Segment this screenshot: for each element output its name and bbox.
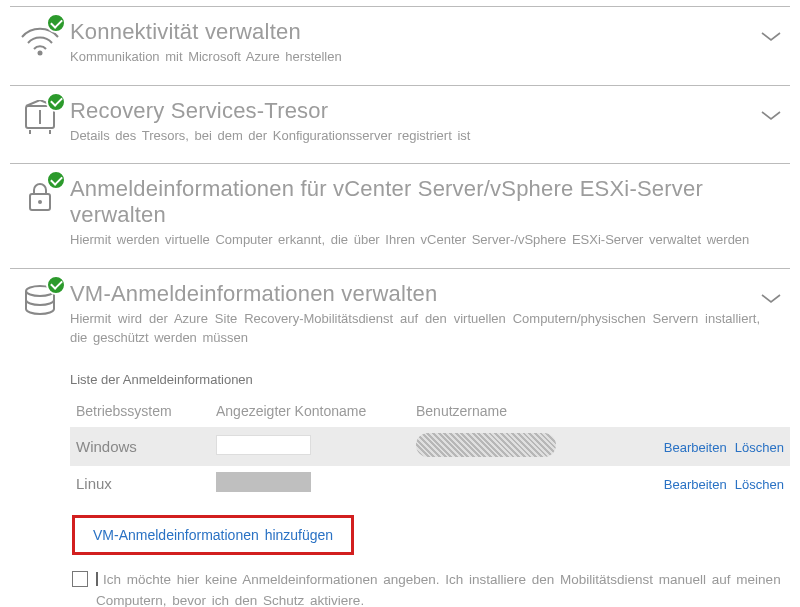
delete-link[interactable]: Löschen (735, 477, 784, 492)
vm-creds-body: Liste der Anmeldeinformationen Betriebss… (70, 372, 790, 608)
section-subtitle: Hiermit werden virtuelle Computer erkann… (70, 230, 760, 250)
section-connectivity[interactable]: Konnektivität verwalten Kommunikation mi… (10, 6, 790, 85)
section-title: VM-Anmeldeinformationen verwalten (70, 281, 760, 307)
redacted-username (416, 433, 556, 457)
creds-list-header: Liste der Anmeldeinformationen (70, 372, 790, 387)
add-vm-creds-highlight: VM-Anmeldeinformationen hinzufügen (72, 515, 354, 555)
chevron-down-icon[interactable] (760, 287, 782, 310)
opt-out-label: Ich möchte hier keine Anmeldeinformation… (96, 569, 788, 608)
section-subtitle: Details des Tresors, bei dem der Konfigu… (70, 126, 760, 146)
section-vault[interactable]: Recovery Services-Tresor Details des Tre… (10, 85, 790, 164)
table-row: Linux Bearbeiten Löschen (70, 466, 790, 501)
section-title: Konnektivität verwalten (70, 19, 760, 45)
creds-columns: Betriebssystem Angezeigter Kontoname Ben… (70, 397, 790, 427)
edit-link[interactable]: Bearbeiten (664, 477, 727, 492)
svg-point-0 (38, 51, 43, 56)
os-cell: Linux (76, 475, 216, 492)
edit-link[interactable]: Bearbeiten (664, 440, 727, 455)
lock-icon (10, 176, 70, 214)
section-title: Recovery Services-Tresor (70, 98, 760, 124)
check-icon (46, 170, 66, 190)
add-vm-creds-link[interactable]: VM-Anmeldeinformationen hinzufügen (93, 527, 333, 543)
chevron-down-icon[interactable] (760, 25, 782, 48)
database-icon (10, 281, 70, 319)
col-username: Benutzername (416, 403, 586, 419)
check-icon (46, 92, 66, 112)
opt-out-checkbox[interactable] (72, 571, 88, 587)
svg-point-6 (38, 200, 42, 204)
wifi-icon (10, 19, 70, 57)
col-account: Angezeigter Kontoname (216, 403, 416, 419)
section-vm-creds[interactable]: VM-Anmeldeinformationen verwalten Hiermi… (10, 268, 790, 354)
delete-link[interactable]: Löschen (735, 440, 784, 455)
section-subtitle: Kommunikation mit Microsoft Azure herste… (70, 47, 760, 67)
redacted-account (216, 435, 311, 455)
section-title: Anmeldeinformationen für vCenter Server/… (70, 176, 760, 228)
table-row: Windows Bearbeiten Löschen (70, 427, 790, 466)
vault-icon (10, 98, 70, 136)
os-cell: Windows (76, 438, 216, 455)
redacted-account (216, 472, 311, 492)
section-subtitle: Hiermit wird der Azure Site Recovery-Mob… (70, 309, 760, 348)
chevron-down-icon[interactable] (760, 104, 782, 127)
section-vcenter-creds[interactable]: Anmeldeinformationen für vCenter Server/… (10, 163, 790, 268)
check-icon (46, 13, 66, 33)
check-icon (46, 275, 66, 295)
col-os: Betriebssystem (76, 403, 216, 419)
